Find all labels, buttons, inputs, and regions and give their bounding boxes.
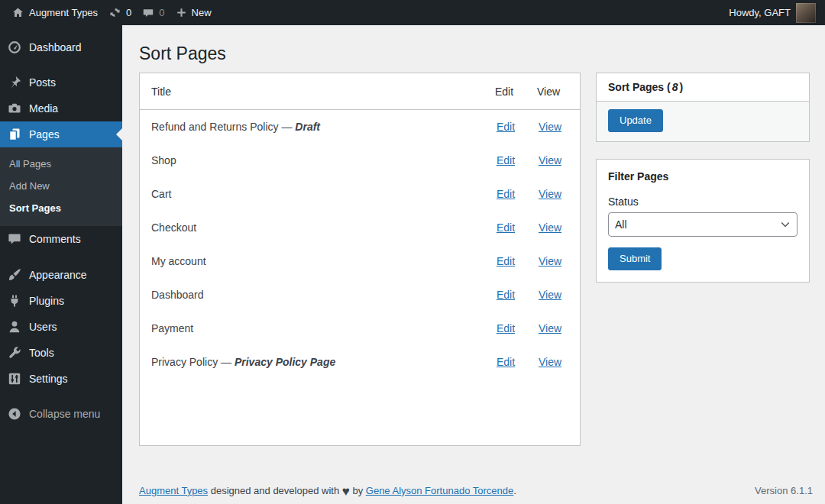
row-suffix-wrap: — Draft	[279, 121, 320, 133]
menu-separator	[0, 60, 122, 69]
row-edit-link[interactable]: Edit	[497, 154, 515, 166]
admin-bar-new[interactable]: New	[170, 0, 217, 25]
table-row[interactable]: Shop Edit View	[140, 144, 580, 177]
table-rows: Refund and Returns Policy — Draft Edit V…	[140, 110, 580, 379]
table-header-row: Title Edit View	[140, 73, 580, 110]
footer-text: designed and developed with	[208, 485, 342, 496]
row-view-link[interactable]: View	[539, 356, 561, 368]
row-view-link[interactable]: View	[539, 121, 561, 133]
heart-icon: ♥	[342, 484, 350, 499]
admin-bar: Augment Types 0 0 New Howdy, GAFT	[0, 0, 825, 25]
column-header-edit: Edit	[486, 86, 522, 98]
menu-separator	[0, 252, 122, 262]
sidebar-item-label: Posts	[29, 76, 56, 89]
row-edit-link[interactable]: Edit	[497, 356, 515, 368]
sidebar-item-add-new[interactable]: Add New	[0, 175, 122, 197]
sidebar-item-plugins[interactable]: Plugins	[0, 288, 122, 314]
row-edit-link[interactable]: Edit	[497, 121, 515, 133]
sidebar-item-pages[interactable]: Pages	[0, 121, 122, 147]
row-edit-link[interactable]: Edit	[497, 322, 515, 334]
sidebar-item-label: Pages	[29, 128, 60, 141]
sidebar-item-label: Plugins	[29, 295, 64, 307]
row-sep: —	[279, 121, 296, 133]
row-title-cell: Payment	[151, 322, 487, 334]
comments-icon	[7, 231, 22, 247]
column-header-title: Title	[151, 86, 486, 98]
row-view-link[interactable]: View	[539, 188, 561, 200]
admin-bar-comments[interactable]: 0	[137, 0, 170, 25]
sidebar-item-label: Settings	[29, 373, 68, 385]
row-sep: —	[218, 356, 235, 368]
admin-bar-account[interactable]: Howdy, GAFT	[727, 0, 817, 25]
sidebar-item-comments[interactable]: Comments	[0, 226, 122, 252]
sidebar-item-media[interactable]: Media	[0, 95, 122, 121]
plugin-link[interactable]: Augment Types	[139, 485, 208, 496]
admin-bar-site-link[interactable]: Augment Types	[6, 0, 103, 25]
sidebar-item-sort-pages[interactable]: Sort Pages	[0, 197, 122, 219]
row-edit-link[interactable]: Edit	[497, 221, 515, 234]
row-suffix-wrap: — Privacy Policy Page	[218, 356, 335, 368]
table-row[interactable]: Privacy Policy — Privacy Policy Page Edi…	[140, 345, 580, 379]
wrench-icon	[7, 345, 22, 360]
table-row[interactable]: My account Edit View	[140, 244, 580, 278]
sidebar-item-users[interactable]: Users	[0, 314, 122, 340]
sort-panel-count: 8	[672, 81, 678, 93]
collapse-menu-label: Collapse menu	[29, 408, 100, 420]
admin-bar-updates[interactable]: 0	[103, 0, 137, 25]
table-row[interactable]: Payment Edit View	[140, 312, 580, 345]
row-title-cell: Refund and Returns Policy — Draft	[151, 121, 487, 133]
row-title-cell: Privacy Policy — Privacy Policy Page	[151, 356, 487, 368]
row-suffix: Draft	[295, 121, 320, 133]
footer-by-text: by	[350, 485, 366, 496]
row-view-link[interactable]: View	[539, 221, 561, 234]
row-title-cell: Shop	[151, 154, 487, 166]
status-select[interactable]: All	[608, 212, 798, 237]
submit-button[interactable]: Submit	[608, 247, 662, 270]
sidebar-item-settings[interactable]: Settings	[0, 366, 122, 392]
pages-icon	[7, 127, 22, 142]
filter-panel-title: Filter Pages	[608, 170, 798, 183]
sliders-icon	[7, 371, 22, 386]
camera-icon	[7, 101, 22, 116]
status-label: Status	[608, 195, 798, 208]
row-view-link[interactable]: View	[539, 154, 561, 166]
sidebar-item-label: Media	[29, 102, 58, 115]
row-title-cell: Dashboard	[151, 289, 487, 301]
user-icon	[7, 319, 22, 334]
pin-icon	[7, 75, 22, 90]
avatar	[796, 3, 816, 23]
row-view-link[interactable]: View	[539, 255, 561, 267]
plus-icon	[176, 7, 187, 18]
row-edit-link[interactable]: Edit	[497, 289, 515, 301]
row-title: Privacy Policy	[151, 356, 218, 368]
sidebar-item-label: Dashboard	[29, 41, 82, 53]
author-link[interactable]: Gene Alyson Fortunado Torcende	[366, 485, 513, 496]
table-row[interactable]: Checkout Edit View	[140, 211, 580, 244]
row-title: Refund and Returns Policy	[151, 121, 279, 133]
row-view-link[interactable]: View	[539, 322, 561, 334]
row-title: My account	[151, 255, 206, 267]
collapse-menu-button[interactable]: Collapse menu	[0, 401, 122, 427]
sidebar-item-dashboard[interactable]: Dashboard	[0, 34, 122, 60]
row-edit-link[interactable]: Edit	[497, 255, 515, 267]
table-row[interactable]: Refund and Returns Policy — Draft Edit V…	[140, 110, 580, 144]
row-edit-link[interactable]: Edit	[497, 188, 515, 200]
row-title-cell: Cart	[151, 188, 487, 200]
pages-submenu: All Pages Add New Sort Pages	[0, 147, 122, 226]
table-row[interactable]: Cart Edit View	[140, 177, 580, 211]
update-button[interactable]: Update	[608, 109, 663, 132]
sort-panel-title-prefix: Sort Pages (	[608, 81, 671, 93]
sidebar-item-posts[interactable]: Posts	[0, 69, 122, 95]
howdy-text: Howdy, GAFT	[729, 7, 791, 18]
row-title: Cart	[151, 188, 171, 200]
sidebar-item-tools[interactable]: Tools	[0, 340, 122, 366]
comment-bubble-icon	[142, 7, 154, 19]
right-column: Sort Pages (8) Update Filter Pages Statu…	[596, 73, 810, 283]
table-row[interactable]: Dashboard Edit View	[140, 278, 580, 312]
sidebar-item-all-pages[interactable]: All Pages	[0, 153, 122, 175]
sidebar-item-appearance[interactable]: Appearance	[0, 262, 122, 288]
plug-icon	[7, 293, 22, 309]
row-view-link[interactable]: View	[539, 289, 561, 301]
admin-footer: Augment Types designed and developed wit…	[139, 485, 813, 496]
dashboard-gauge-icon	[7, 40, 22, 55]
